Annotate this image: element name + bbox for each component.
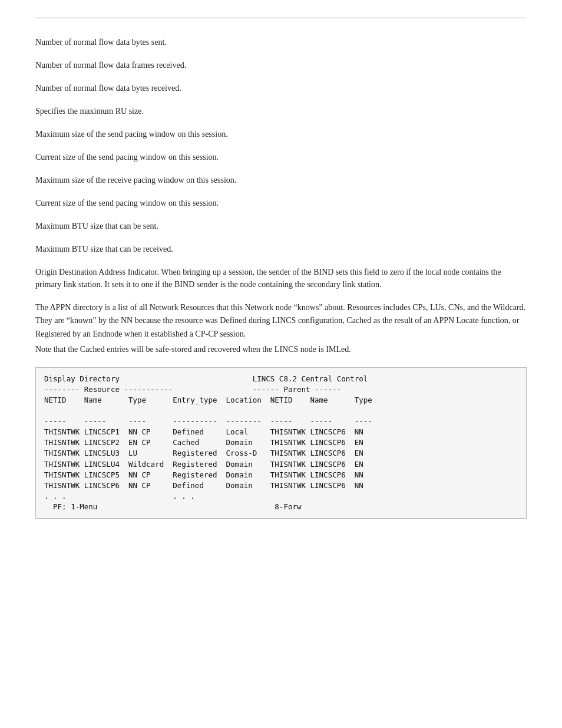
terminal-content: Display Directory LINCS C8.2 Central Con… [44, 374, 518, 513]
description-4: Specifies the maximum RU size. [35, 105, 527, 117]
description-8: Current size of the send pacing window o… [35, 197, 527, 209]
description-6: Current size of the send pacing window o… [35, 151, 527, 163]
top-rule [35, 18, 527, 18]
description-10: Maximum BTU size that can be received. [35, 243, 527, 255]
description-3: Number of normal flow data bytes receive… [35, 82, 527, 94]
description-2: Number of normal flow data frames receiv… [35, 59, 527, 71]
description-7: Maximum size of the receive pacing windo… [35, 174, 527, 186]
description-1: Number of normal flow data bytes sent. [35, 36, 527, 48]
description-11: Origin Destination Address Indicator. Wh… [35, 266, 527, 291]
terminal-display: Display Directory LINCS C8.2 Central Con… [35, 367, 527, 519]
page-container: Number of normal flow data bytes sent. N… [0, 0, 562, 536]
description-9: Maximum BTU size that can be sent. [35, 220, 527, 232]
appn-paragraph: The APPN directory is a list of all Netw… [35, 301, 527, 357]
description-5: Maximum size of the send pacing window o… [35, 128, 527, 140]
